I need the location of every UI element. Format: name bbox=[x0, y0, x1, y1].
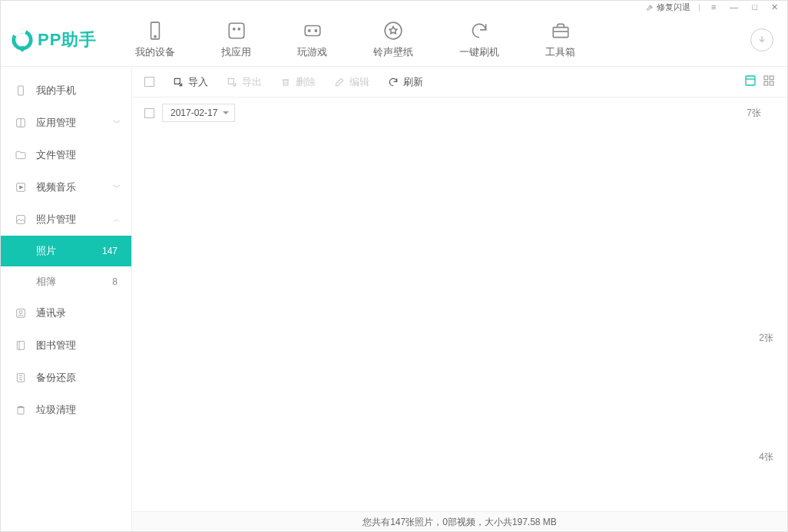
sidebar-my-phone[interactable]: 我的手机 bbox=[1, 74, 131, 107]
phone-icon bbox=[145, 21, 165, 41]
statusbar: 您共有147张照片，0部视频，大小共197.58 MB bbox=[132, 511, 787, 532]
topnav-find-apps[interactable]: 找应用 bbox=[221, 21, 251, 59]
topnav-my-device[interactable]: 我的设备 bbox=[135, 21, 175, 59]
export-button[interactable]: 导出 bbox=[227, 75, 262, 89]
sidebar-label: 通讯录 bbox=[36, 306, 66, 320]
delete-button[interactable]: 删除 bbox=[280, 75, 316, 89]
header: PP助手 我的设备 找应用 玩游戏 铃声壁纸 一键刷机 工具箱 bbox=[1, 13, 787, 67]
main: 导入 导出 删除 编辑 刷新 bbox=[132, 67, 787, 532]
edit-icon bbox=[334, 77, 345, 88]
refresh-button[interactable]: 刷新 bbox=[388, 75, 423, 89]
sidebar-sub-count: 147 bbox=[102, 246, 118, 256]
titlebar-divider: | bbox=[698, 2, 700, 12]
sidebar-file-manage[interactable]: 文件管理 bbox=[1, 139, 131, 171]
svg-point-6 bbox=[233, 28, 235, 29]
backup-icon bbox=[15, 372, 27, 384]
import-button[interactable]: 导入 bbox=[173, 75, 208, 89]
svg-point-9 bbox=[308, 29, 310, 31]
sidebar-backup[interactable]: 备份还原 bbox=[1, 362, 131, 394]
refresh-icon bbox=[469, 21, 489, 41]
svg-rect-13 bbox=[18, 86, 24, 95]
group-checkbox[interactable] bbox=[144, 108, 154, 118]
topnav-flash[interactable]: 一键刷机 bbox=[459, 21, 499, 59]
fix-crash-label: 修复闪退 bbox=[657, 2, 690, 13]
svg-rect-8 bbox=[305, 25, 320, 35]
sidebar-photos[interactable]: 照片 147 bbox=[1, 236, 131, 266]
toolbar-label: 删除 bbox=[296, 75, 316, 89]
svg-rect-22 bbox=[283, 80, 288, 85]
import-icon bbox=[173, 77, 184, 88]
sidebar-label: 视频音乐 bbox=[36, 180, 76, 194]
group-count: 7张 bbox=[747, 107, 775, 120]
sidebar-label: 文件管理 bbox=[36, 148, 76, 162]
date-select-value: 2017-02-17 bbox=[171, 107, 217, 118]
app-icon bbox=[15, 117, 27, 129]
sidebar-label: 图书管理 bbox=[36, 339, 76, 352]
sidebar-contacts[interactable]: 通讯录 bbox=[1, 297, 131, 329]
topnav-toolbox[interactable]: 工具箱 bbox=[545, 21, 575, 59]
view-grid-button[interactable] bbox=[763, 74, 775, 89]
trash-icon bbox=[280, 77, 291, 88]
toolbar-label: 导入 bbox=[188, 75, 208, 89]
svg-rect-24 bbox=[764, 76, 768, 80]
sidebar-label: 垃圾清理 bbox=[36, 403, 76, 417]
close-button[interactable]: ✕ bbox=[768, 2, 781, 12]
svg-rect-25 bbox=[770, 76, 773, 80]
gamepad-icon bbox=[303, 21, 323, 41]
sidebar-cleanup[interactable]: 垃圾清理 bbox=[1, 394, 131, 426]
topnav-label: 铃声壁纸 bbox=[373, 45, 413, 59]
sidebar-app-manage[interactable]: 应用管理 ﹀ bbox=[1, 107, 131, 139]
group-count: 2张 bbox=[759, 332, 773, 345]
sidebar: 我的手机 应用管理 ﹀ 文件管理 视频音乐 ﹀ 照片管理 ︿ 照片 147 相簿… bbox=[1, 67, 132, 532]
trash-icon bbox=[15, 404, 27, 416]
topnav-label: 一键刷机 bbox=[459, 45, 499, 59]
topnav-label: 工具箱 bbox=[545, 45, 575, 59]
topnav-play-games[interactable]: 玩游戏 bbox=[297, 21, 327, 59]
topnav-ringtone-wallpaper[interactable]: 铃声壁纸 bbox=[373, 21, 413, 59]
chevron-up-icon: ︿ bbox=[113, 214, 121, 225]
sidebar-label: 照片管理 bbox=[36, 213, 76, 226]
fix-crash-button[interactable]: 修复闪退 bbox=[646, 2, 690, 13]
toolbox-icon bbox=[551, 21, 571, 41]
svg-rect-23 bbox=[746, 76, 755, 85]
image-icon bbox=[15, 213, 27, 226]
book-icon bbox=[15, 339, 27, 352]
svg-rect-5 bbox=[229, 23, 244, 38]
date-select[interactable]: 2017-02-17 bbox=[162, 104, 235, 122]
sidebar-albums[interactable]: 相簿 8 bbox=[1, 266, 131, 297]
select-all-checkbox[interactable] bbox=[144, 77, 154, 87]
status-text: 您共有147张照片，0部视频，大小共197.58 MB bbox=[363, 516, 557, 529]
toolbar-label: 编辑 bbox=[349, 75, 369, 89]
sidebar-sub-label: 相簿 bbox=[36, 275, 56, 289]
view-list-button[interactable] bbox=[744, 74, 757, 89]
sidebar-sub-count: 8 bbox=[112, 276, 118, 287]
svg-point-4 bbox=[154, 35, 156, 37]
minimize-button[interactable]: — bbox=[727, 2, 741, 12]
edit-button[interactable]: 编辑 bbox=[334, 75, 369, 89]
topnav: 我的设备 找应用 玩游戏 铃声壁纸 一键刷机 工具箱 bbox=[135, 21, 750, 59]
menu-button[interactable]: ≡ bbox=[708, 2, 719, 12]
svg-rect-17 bbox=[17, 309, 25, 318]
sidebar-label: 应用管理 bbox=[36, 116, 76, 130]
maximize-button[interactable]: □ bbox=[749, 2, 760, 12]
download-button[interactable] bbox=[750, 28, 773, 51]
toolbar: 导入 导出 删除 编辑 刷新 bbox=[132, 67, 787, 97]
sidebar-photo-manage[interactable]: 照片管理 ︿ bbox=[1, 203, 131, 236]
sidebar-video-music[interactable]: 视频音乐 ﹀ bbox=[1, 171, 131, 203]
play-box-icon bbox=[15, 181, 27, 193]
chevron-down-icon: ﹀ bbox=[113, 182, 121, 193]
content: 2017-02-17 7张 2张 4张 bbox=[132, 97, 787, 511]
svg-rect-21 bbox=[18, 408, 24, 415]
topnav-label: 找应用 bbox=[221, 45, 251, 59]
sidebar-books[interactable]: 图书管理 bbox=[1, 329, 131, 362]
svg-rect-16 bbox=[17, 216, 25, 224]
titlebar: 修复闪退 | ≡ — □ ✕ bbox=[1, 1, 787, 13]
topnav-label: 玩游戏 bbox=[297, 45, 327, 59]
svg-rect-27 bbox=[770, 81, 773, 85]
svg-rect-19 bbox=[17, 342, 24, 350]
download-icon bbox=[757, 35, 767, 45]
svg-point-7 bbox=[238, 28, 240, 29]
smile-box-icon bbox=[227, 21, 247, 41]
svg-point-10 bbox=[315, 29, 316, 31]
grid-view-icon bbox=[763, 74, 775, 87]
